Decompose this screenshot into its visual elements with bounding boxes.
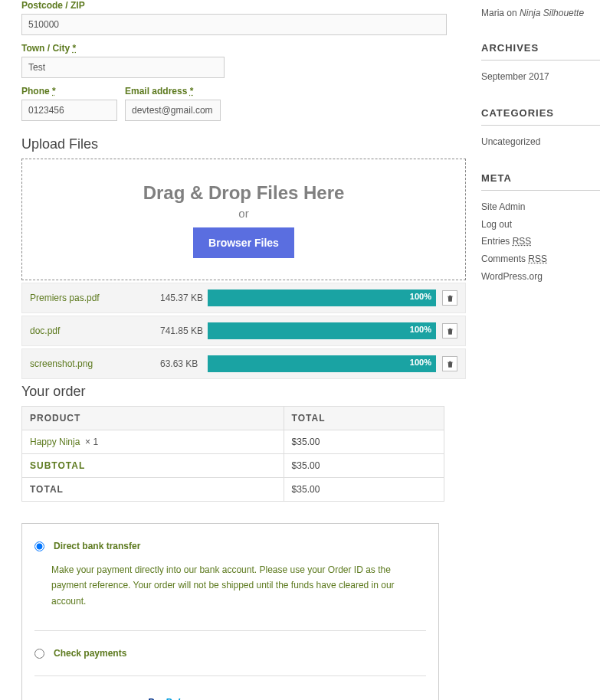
trash-icon [446,294,454,303]
trash-icon [446,360,454,368]
postcode-input[interactable] [21,14,447,35]
file-name: screenshot.png [30,358,160,369]
town-input[interactable] [21,57,225,78]
archives-heading: ARCHIVES [481,42,600,61]
file-row: Premiers pas.pdf 145.37 KB 100% [21,283,466,313]
bank-transfer-label: Direct bank transfer [54,541,140,551]
payment-box: Direct bank transfer Make your payment d… [21,523,439,700]
table-row: Happy Ninja × 1 $35.00 [22,430,444,454]
phone-label: Phone * [21,86,117,96]
table-row: TOTAL $35.00 [22,478,444,502]
table-row: SUBTOTAL $35.00 [22,454,444,478]
radio-bank-transfer[interactable] [34,541,44,551]
browse-files-button[interactable]: Browser Files [193,227,294,258]
delete-file-button[interactable] [442,290,457,306]
postcode-label: Postcode / ZIP [21,0,466,11]
meta-heading: META [481,172,600,191]
meta-link-logout[interactable]: Log out [481,216,600,234]
file-row: screenshot.png 63.63 KB 100% [21,348,466,379]
recent-comment: Maria on Ninja Silhouette [481,6,600,21]
file-name: doc.pdf [30,325,160,336]
email-input[interactable] [125,100,221,121]
categories-heading: CATEGORIES [481,107,600,126]
file-size: 741.85 KB [160,325,208,336]
radio-check-payments[interactable] [34,649,44,659]
delete-file-button[interactable] [442,356,457,371]
check-payments-label: Check payments [54,648,126,659]
progress-bar: 100% [208,322,436,339]
meta-link-wp-org[interactable]: WordPress.org [481,268,600,286]
upload-title: Upload Files [21,136,466,152]
progress-bar: 100% [208,355,436,372]
bank-desc: Make your payment directly into our bank… [51,562,426,609]
categories-link[interactable]: Uncategorized [481,133,600,151]
email-label: Email address * [125,86,221,96]
file-size: 63.63 KB [160,358,208,369]
file-row: doc.pdf 741.85 KB 100% [21,316,466,346]
town-label: Town / City * [21,43,466,54]
phone-input[interactable] [21,100,117,121]
drop-text: Drag & Drop Files Here [22,182,465,204]
delete-file-button[interactable] [442,323,457,339]
th-total: TOTAL [284,407,444,430]
paypal-cards-image: PayPal VISA AMEX DISCOVER [90,693,238,700]
file-size: 145.37 KB [160,293,208,303]
progress-bar: 100% [208,289,436,306]
meta-link-comments-rss[interactable]: Comments RSS [481,250,600,268]
th-product: PRODUCT [22,407,284,430]
order-title: Your order [21,384,466,400]
order-table: PRODUCT TOTAL Happy Ninja × 1 $35.00 SUB… [21,406,444,502]
file-name: Premiers pas.pdf [30,293,160,303]
drop-or: or [22,207,465,220]
archives-link[interactable]: September 2017 [481,68,600,86]
dropzone[interactable]: Drag & Drop Files Here or Browser Files [21,159,466,280]
meta-link-site-admin[interactable]: Site Admin [481,198,600,216]
meta-link-entries-rss[interactable]: Entries RSS [481,233,600,250]
trash-icon [446,327,454,335]
